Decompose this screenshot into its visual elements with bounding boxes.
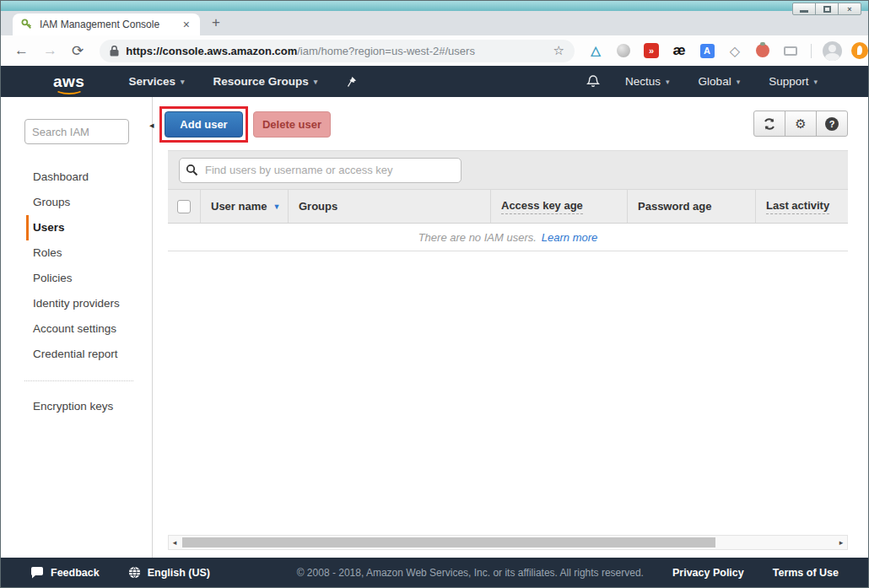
sort-descending-icon: ▼ [273,202,280,211]
help-button[interactable]: ? [816,111,848,137]
url-text: https://console.aws.amazon.com/iam/home?… [126,45,553,57]
key-favicon-icon [21,19,33,30]
refresh-button[interactable] [753,111,785,137]
user-filter-input[interactable] [179,158,461,183]
sidebar-item-encryption-keys[interactable]: Encryption keys [26,394,152,419]
language-selector[interactable]: English (US) [128,566,210,579]
terms-of-use-link[interactable]: Terms of Use [773,567,839,579]
sidebar-item-credential-report[interactable]: Credential report [26,342,152,367]
horizontal-scrollbar[interactable]: ◂ ▸ [168,535,848,550]
reload-icon[interactable]: ⟳ [72,42,84,60]
refresh-icon [763,117,776,131]
account-menu[interactable]: Nectus ▾ [625,75,670,88]
sidebar-item-account-settings[interactable]: Account settings [26,316,152,342]
delete-user-button[interactable]: Delete user [253,111,331,138]
aws-logo[interactable]: aws [53,73,84,91]
resource-groups-menu[interactable]: Resource Groups ▾ [213,75,318,88]
url-path: /iam/home?region=us-west-2#/users [297,45,475,57]
select-all-cell [168,190,200,223]
gear-icon: ⚙ [795,116,806,132]
sidebar-item-identity-providers[interactable]: Identity providers [26,291,152,316]
browser-window: × IAM Management Console × + ← → ⟳ https… [0,0,869,588]
tab-title: IAM Management Console [40,19,181,30]
ae-extension-icon[interactable]: æ [670,41,688,60]
annotation-highlight: Add user [159,106,248,143]
pushpin-icon [346,76,357,88]
chevron-down-icon: ▾ [737,78,741,86]
sidebar-item-groups[interactable]: Groups [26,190,152,215]
profile-avatar[interactable] [823,41,842,61]
triangle-extension-icon[interactable]: △ [586,41,605,60]
forward-icon[interactable]: → [43,42,57,59]
globe-icon [128,566,141,579]
bookmark-star-icon[interactable]: ☆ [553,43,564,58]
privacy-policy-link[interactable]: Privacy Policy [672,567,744,579]
extensions-row: △ » æ A ◇ [586,41,868,61]
empty-state-text: There are no IAM users. [418,231,537,244]
cast-extension-icon[interactable] [781,41,800,60]
select-all-checkbox[interactable] [177,200,191,213]
tomato-extension-icon[interactable] [753,41,772,60]
sidebar-nav: Dashboard Groups Users Roles Policies Id… [1,165,152,419]
learn-more-link[interactable]: Learn more [542,231,597,244]
browser-tab[interactable]: IAM Management Console × [13,13,200,35]
sidebar: Dashboard Groups Users Roles Policies Id… [1,97,153,559]
search-icon [186,164,198,176]
maximize-icon [823,6,831,13]
bell-icon [586,74,600,89]
column-header-last-activity[interactable]: Last activity [755,190,848,223]
chevron-down-icon: ▾ [181,78,185,86]
tab-close-icon[interactable]: × [181,19,192,30]
pin-shortcut-button[interactable] [346,76,357,88]
chevron-down-icon: ▾ [666,78,670,86]
sphere-extension-icon[interactable] [614,41,633,60]
scroll-left-icon[interactable]: ◂ [169,538,181,547]
column-header-password-age[interactable]: Password age [627,190,755,223]
chevron-down-icon: ▾ [813,78,818,86]
back-icon[interactable]: ← [14,42,29,59]
sidebar-item-users[interactable]: Users [26,215,152,240]
sidebar-item-roles[interactable]: Roles [26,240,152,266]
settings-button[interactable]: ⚙ [785,111,817,137]
main-content: ◂ Add user Delete user ⚙ [153,97,868,559]
new-tab-button[interactable]: + [212,14,220,31]
support-menu[interactable]: Support ▾ [769,75,818,88]
fast-forward-extension-icon[interactable]: » [642,41,661,60]
feedback-bubble-icon [30,567,44,579]
window-controls: × [793,3,861,15]
filter-bar [168,150,848,189]
toolbar-separator [811,44,812,58]
polygon-extension-icon[interactable]: ◇ [726,41,744,60]
sidebar-collapse-icon[interactable]: ◂ [149,120,154,131]
aws-footer: Feedback English (US) © 2008 - 2018, Ama… [1,558,868,587]
services-menu[interactable]: Services ▾ [128,75,184,88]
scroll-right-icon[interactable]: ▸ [835,538,847,547]
search-iam-input[interactable] [24,119,129,144]
page-body: Dashboard Groups Users Roles Policies Id… [1,97,868,559]
tab-bar: IAM Management Console × + [1,11,868,35]
region-menu[interactable]: Global ▾ [699,75,741,88]
scrollbar-thumb[interactable] [182,537,715,548]
translate-extension-icon[interactable]: A [698,41,716,60]
window-titlebar[interactable] [1,1,868,11]
close-button[interactable]: × [838,3,861,15]
orange-extension-icon[interactable] [851,42,868,59]
notifications-button[interactable] [586,74,600,89]
lock-icon [110,46,119,57]
browser-toolbar: ← → ⟳ https://console.aws.amazon.com/iam… [1,35,868,66]
sidebar-divider [24,380,133,381]
chevron-down-icon: ▾ [314,78,318,86]
column-header-groups[interactable]: Groups [288,190,490,223]
minimize-button[interactable] [792,3,816,15]
feedback-button[interactable]: Feedback [30,567,100,579]
add-user-button[interactable]: Add user [165,111,243,138]
url-domain: https://console.aws.amazon.com [126,45,297,57]
empty-state: There are no IAM users. Learn more [168,224,848,251]
aws-navbar: aws Services ▾ Resource Groups ▾ Nectus … [1,66,868,97]
sidebar-item-policies[interactable]: Policies [26,266,152,291]
column-header-user-name[interactable]: User name ▼ [200,190,288,223]
column-header-access-key-age[interactable]: Access key age [490,190,627,223]
sidebar-item-dashboard[interactable]: Dashboard [26,165,152,190]
maximize-button[interactable] [815,3,839,15]
address-bar[interactable]: https://console.aws.amazon.com/iam/home?… [100,40,575,62]
